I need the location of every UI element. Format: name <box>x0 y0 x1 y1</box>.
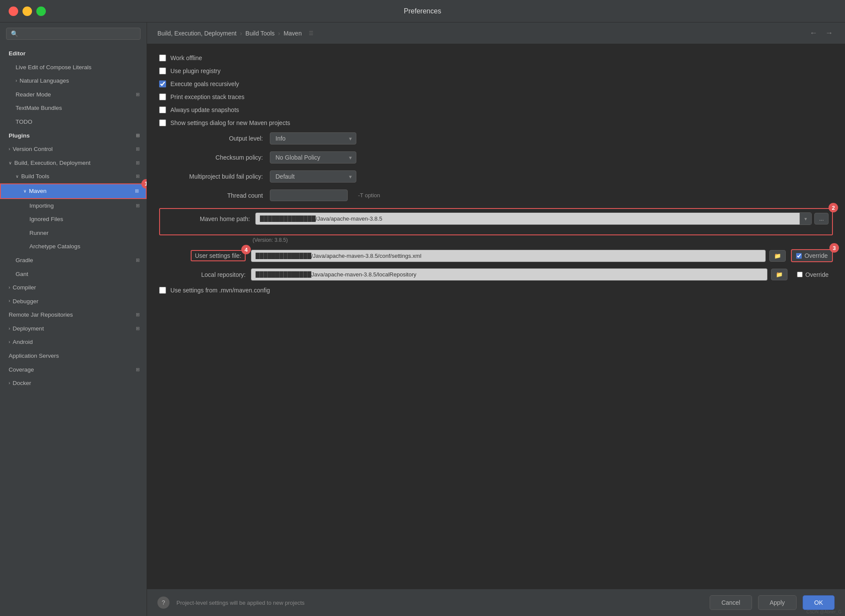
local-repo-override-checkbox[interactable] <box>797 272 803 277</box>
sidebar-item-ignored-files[interactable]: Ignored Files <box>0 212 147 226</box>
main-container: 🔍 Editor Live Edit of Compose Literals ›… <box>0 22 845 616</box>
maven-icon: ⊞ <box>135 187 139 195</box>
checkbox-print-exception-input[interactable] <box>159 93 166 100</box>
checkbox-use-plugin-input[interactable] <box>159 67 166 74</box>
sidebar-item-remote-jar[interactable]: Remote Jar Repositories ⊞ <box>0 308 147 322</box>
deployment-icon: ⊞ <box>136 325 140 333</box>
sidebar-item-importing[interactable]: Importing ⊞ <box>0 199 147 213</box>
gradle-icon: ⊞ <box>136 257 140 264</box>
annotation-1: 1 <box>141 179 147 189</box>
breadcrumb-part-1: Build, Execution, Deployment <box>157 30 237 37</box>
sidebar-item-live-edit[interactable]: Live Edit of Compose Literals <box>0 61 147 74</box>
search-input[interactable] <box>21 31 136 37</box>
use-mvn-config-row: Use settings from .mvn/maven.config <box>159 287 833 294</box>
sidebar-item-gant[interactable]: Gant <box>0 267 147 281</box>
local-repo-input-wrapper: 📁 <box>251 268 787 281</box>
checksum-policy-select-wrapper: No Global Policy Ignore Fail <box>270 151 356 164</box>
maven-home-input-combo: ▾ <box>255 212 812 225</box>
sidebar-item-docker[interactable]: › Docker <box>0 376 147 390</box>
apply-button[interactable]: Apply <box>758 595 797 610</box>
sidebar-item-todo[interactable]: TODO <box>0 115 147 129</box>
checkbox-execute-goals-input[interactable] <box>159 80 166 87</box>
nav-forward-button[interactable]: → <box>823 29 835 38</box>
checkbox-execute-goals: Execute goals recursively <box>159 80 833 87</box>
sidebar-item-coverage[interactable]: Coverage ⊞ <box>0 363 147 377</box>
checkbox-print-exception: Print exception stack traces <box>159 93 833 100</box>
window-title: Preferences <box>404 7 441 15</box>
breadcrumb-part-3: Maven <box>284 30 302 37</box>
chevron-down-icon: ∨ <box>16 173 19 180</box>
remote-jar-icon: ⊞ <box>136 311 140 319</box>
local-repo-override-label: Override <box>805 271 829 278</box>
checkbox-always-update: Always update snapshots <box>159 106 833 113</box>
maven-home-input[interactable] <box>256 213 800 225</box>
sidebar-item-reader-mode[interactable]: Reader Mode ⊞ <box>0 88 147 102</box>
search-box[interactable]: 🔍 <box>6 28 141 40</box>
user-settings-override-checkbox[interactable] <box>796 253 802 259</box>
bottom-note: Project-level settings will be applied t… <box>176 600 304 606</box>
minimize-button[interactable] <box>22 6 32 16</box>
sidebar-item-runner[interactable]: Runner <box>0 226 147 240</box>
annotation-3: 3 <box>829 243 839 253</box>
sidebar-item-version-control[interactable]: › Version Control ⊞ <box>0 142 147 156</box>
sidebar-item-android[interactable]: › Android <box>0 335 147 349</box>
nav-back-button[interactable]: ← <box>808 29 819 38</box>
buildtools-icon: ⊞ <box>136 173 140 180</box>
bottom-right: Cancel Apply OK <box>710 595 835 610</box>
output-level-field: Output level: Info Debug Error Warn <box>159 132 833 144</box>
multiproject-field: Multiproject build fail policy: Default … <box>159 170 833 183</box>
multiproject-select[interactable]: Default Fail at End Never Fail <box>270 170 356 183</box>
sidebar-item-maven[interactable]: ∨ Maven ⊞ 1 <box>0 183 147 199</box>
plugin-icon: ⊞ <box>136 132 140 140</box>
close-button[interactable] <box>9 6 18 16</box>
maven-home-browse-button[interactable]: ... <box>814 213 829 225</box>
maven-home-annotated-box: 2 Maven home path: ▾ ... <box>159 208 833 235</box>
sidebar-item-editor[interactable]: Editor <box>0 47 147 61</box>
maven-home-dropdown-button[interactable]: ▾ <box>800 213 811 225</box>
checksum-policy-field: Checksum policy: No Global Policy Ignore… <box>159 151 833 164</box>
user-settings-input[interactable] <box>251 250 766 262</box>
help-button[interactable]: ? <box>157 597 170 609</box>
sidebar-item-build-exec[interactable]: ∨ Build, Execution, Deployment ⊞ <box>0 156 147 170</box>
checkbox-show-settings-input[interactable] <box>159 119 166 126</box>
breadcrumb: Build, Execution, Deployment › Build Too… <box>157 30 314 37</box>
ok-button[interactable]: OK <box>803 595 835 610</box>
maven-home-label: Maven home path: <box>163 215 250 222</box>
sidebar-item-build-tools[interactable]: ∨ Build Tools ⊞ <box>0 170 147 183</box>
build-icon: ⊞ <box>136 159 140 167</box>
output-level-select[interactable]: Info Debug Error Warn <box>270 132 356 144</box>
local-repo-override-wrapper: Override <box>793 269 833 280</box>
maven-home-section: 2 Maven home path: ▾ ... <box>159 208 833 235</box>
local-repo-label: Local repository: <box>159 271 246 278</box>
user-settings-override-wrapper: Override 3 <box>791 249 833 262</box>
sidebar-item-plugins[interactable]: Plugins ⊞ <box>0 129 147 143</box>
multiproject-select-wrapper: Default Fail at End Never Fail <box>270 170 356 183</box>
sidebar-item-gradle[interactable]: Gradle ⊞ <box>0 253 147 267</box>
vcs-icon: ⊞ <box>136 145 140 153</box>
sidebar-item-deployment[interactable]: › Deployment ⊞ <box>0 322 147 336</box>
checksum-policy-select[interactable]: No Global Policy Ignore Fail <box>270 151 356 164</box>
maven-home-row: Maven home path: ▾ ... <box>163 212 829 225</box>
thread-count-input[interactable] <box>270 189 348 201</box>
local-repo-folder-button[interactable]: 📁 <box>771 269 787 280</box>
sidebar-item-archetype-catalogs[interactable]: Archetype Catalogs <box>0 240 147 253</box>
checkbox-always-update-input[interactable] <box>159 106 166 113</box>
bottom-left: ? Project-level settings will be applied… <box>157 597 304 609</box>
checkbox-work-offline-input[interactable] <box>159 55 166 61</box>
user-settings-folder-button[interactable]: 📁 <box>769 250 786 262</box>
chevron-down-icon: ∨ <box>23 188 26 195</box>
breadcrumb-menu-icon[interactable]: ☰ <box>309 30 314 36</box>
sidebar-item-compiler[interactable]: › Compiler <box>0 281 147 295</box>
checkbox-use-plugin-registry: Use plugin registry <box>159 67 833 74</box>
sidebar-item-debugger[interactable]: › Debugger <box>0 295 147 308</box>
use-mvn-config-input[interactable] <box>159 287 166 294</box>
coverage-icon: ⊞ <box>136 366 140 374</box>
cancel-button[interactable]: Cancel <box>710 595 752 610</box>
local-repo-input[interactable] <box>251 268 768 281</box>
multiproject-label: Multiproject build fail policy: <box>159 173 263 180</box>
sidebar-item-textmate[interactable]: TextMate Bundles <box>0 101 147 115</box>
sidebar-item-app-servers[interactable]: Application Servers <box>0 349 147 363</box>
maximize-button[interactable] <box>36 6 46 16</box>
sidebar-item-natural-languages[interactable]: › Natural Languages <box>0 74 147 88</box>
settings-content: Work offline Use plugin registry Execute… <box>147 44 845 589</box>
